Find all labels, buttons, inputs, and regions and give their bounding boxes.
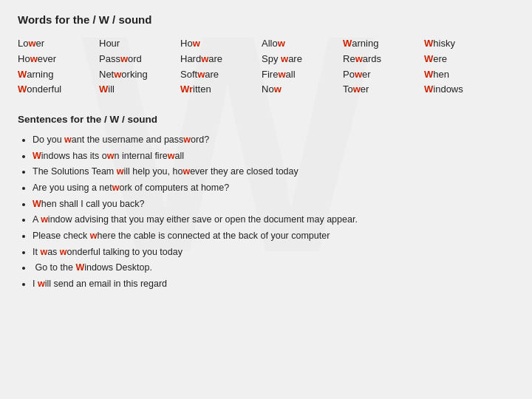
- highlight: w: [112, 183, 120, 193]
- highlight: W: [424, 38, 433, 49]
- highlight: w: [278, 69, 285, 80]
- word-item: Lower: [18, 36, 92, 52]
- word-item: Written: [180, 82, 254, 98]
- highlight: w: [40, 247, 47, 257]
- highlight: w: [30, 53, 38, 64]
- highlight: w: [107, 151, 115, 161]
- word-item: Were: [424, 52, 498, 67]
- highlight: W: [424, 53, 433, 64]
- highlight: w: [355, 69, 362, 80]
- highlight: w: [168, 151, 175, 161]
- word-item: Wonderful: [18, 82, 92, 98]
- highlight: w: [355, 53, 363, 64]
- word-item: Rewards: [343, 52, 417, 67]
- word-item: Power: [343, 67, 417, 83]
- highlight: W: [18, 83, 27, 95]
- list-item: Go to the Windows Desktop.: [33, 260, 514, 276]
- highlight: W: [343, 38, 352, 49]
- word-item: Windows: [424, 82, 498, 98]
- list-item: Do you want the username and password?: [33, 132, 514, 148]
- word-item: When: [424, 67, 498, 83]
- highlight: w: [90, 231, 98, 241]
- highlight: W: [18, 69, 27, 80]
- word-item: Password: [99, 52, 173, 67]
- highlight: w: [28, 38, 35, 49]
- list-item: Windows has its own internal firewall: [33, 149, 514, 164]
- word-item: Networking: [99, 67, 173, 83]
- word-item: Warning: [18, 67, 92, 83]
- sentences-list: Do you want the username and password? W…: [18, 132, 514, 291]
- highlight: W: [424, 69, 433, 80]
- word-item: Will: [99, 82, 173, 98]
- main-content: Words for the / W / sound Lower However …: [0, 0, 532, 305]
- word-item: Warning: [343, 36, 417, 52]
- list-item: Are you using a network of computers at …: [33, 180, 514, 196]
- list-item: It was wonderful talking to you today: [33, 245, 514, 260]
- highlight: w: [38, 279, 45, 289]
- list-item: When shall I call you back?: [33, 197, 514, 212]
- highlight: w: [201, 53, 208, 64]
- word-column-2: Hour Password Networking Will: [99, 36, 180, 98]
- highlight: w: [64, 134, 72, 145]
- highlight: w: [183, 166, 190, 177]
- word-item: Hour: [99, 36, 173, 52]
- word-column-4: Allow Spy ware Firewall Now: [262, 36, 343, 98]
- highlight: w: [353, 83, 361, 95]
- word-item: However: [18, 52, 92, 67]
- highlight: W: [424, 83, 433, 95]
- word-item: Now: [262, 82, 335, 98]
- word-column-1: Lower However Warning Wonderful: [18, 36, 99, 98]
- highlight: w: [274, 83, 282, 95]
- list-item: The Solutions Team will help you, howeve…: [33, 164, 514, 180]
- word-item: Tower: [343, 82, 417, 98]
- highlight: w: [183, 134, 191, 145]
- highlight: w: [114, 69, 121, 80]
- list-item: I will send an email in this regard: [33, 276, 514, 292]
- words-section: Lower However Warning Wonderful Hour Pas…: [18, 36, 514, 98]
- sentences-title: Sentences for the / W / sound: [18, 114, 514, 125]
- word-item: How: [180, 36, 254, 52]
- word-item: Hardware: [180, 52, 254, 67]
- highlight: w: [278, 38, 285, 49]
- highlight: W: [33, 151, 41, 161]
- list-item: A window advising that you may either sa…: [33, 212, 514, 228]
- highlight: w: [60, 247, 67, 257]
- page-title: Words for the / W / sound: [18, 13, 514, 26]
- highlight: w: [197, 69, 205, 80]
- highlight: W: [99, 83, 108, 95]
- word-item: Firewall: [262, 67, 335, 83]
- highlight: w: [117, 166, 124, 177]
- word-item: Spy ware: [262, 52, 335, 67]
- word-item: Software: [180, 67, 254, 83]
- word-column-3: How Hardware Software Written: [180, 36, 262, 98]
- highlight: w: [120, 53, 128, 64]
- word-item: Whisky: [424, 36, 498, 52]
- list-item: Please check where the cable is connecte…: [33, 228, 514, 244]
- highlight: W: [75, 262, 84, 273]
- highlight: Wr: [180, 83, 193, 95]
- word-column-5: Warning Rewards Power Tower: [343, 36, 424, 98]
- highlight: w: [193, 38, 200, 49]
- word-item: Allow: [262, 36, 335, 52]
- word-column-6: Whisky Were When Windows: [424, 36, 505, 98]
- highlight: W: [33, 199, 41, 209]
- highlight: w: [281, 53, 288, 64]
- highlight: w: [41, 214, 48, 225]
